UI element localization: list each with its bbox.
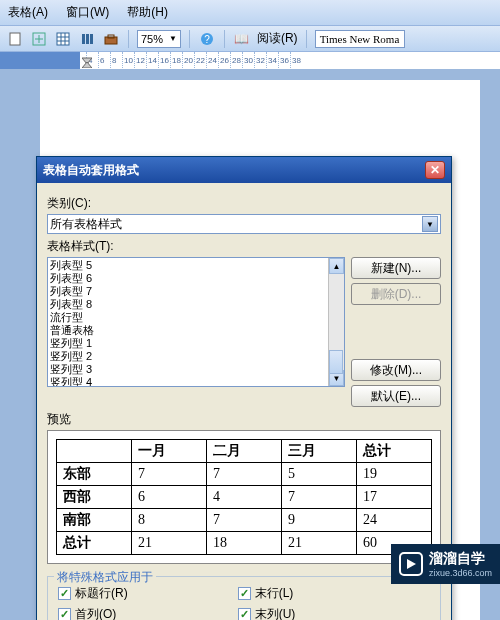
- separator: [128, 30, 129, 48]
- table-cell: 7: [282, 486, 357, 509]
- category-combo[interactable]: 所有表格样式 ▼: [47, 214, 441, 234]
- scroll-thumb[interactable]: [329, 350, 343, 374]
- table-cell: 19: [357, 463, 432, 486]
- indent-marker-icon[interactable]: [82, 54, 92, 70]
- menu-table[interactable]: 表格(A): [8, 4, 48, 21]
- separator: [306, 30, 307, 48]
- table-cell: 南部: [57, 509, 132, 532]
- dialog-title: 表格自动套用格式: [43, 162, 139, 179]
- ruler-mark: 10: [122, 52, 134, 70]
- scroll-up-icon[interactable]: ▲: [329, 258, 344, 274]
- check-label: 标题行(R): [75, 585, 128, 602]
- svg-rect-10: [86, 34, 89, 44]
- table-cell: 东部: [57, 463, 132, 486]
- list-item[interactable]: 列表型 6: [50, 272, 342, 285]
- table-cell: 7: [132, 463, 207, 486]
- svg-marker-18: [407, 559, 416, 569]
- ruler-mark: 36: [278, 52, 290, 70]
- svg-text:?: ?: [204, 34, 210, 45]
- svg-rect-11: [90, 34, 93, 44]
- zoom-combo[interactable]: 75% ▼: [137, 30, 181, 48]
- category-label: 类别(C):: [47, 195, 441, 212]
- table-row: 总计21182160: [57, 532, 432, 555]
- ruler-mark: 14: [146, 52, 158, 70]
- modify-button[interactable]: 修改(M)...: [351, 359, 441, 381]
- insert-icon[interactable]: [30, 30, 48, 48]
- dialog-titlebar[interactable]: 表格自动套用格式 ✕: [37, 157, 451, 183]
- ruler-mark: 16: [158, 52, 170, 70]
- menu-bar: 表格(A) 窗口(W) 帮助(H): [0, 0, 500, 26]
- ruler-mark: 30: [242, 52, 254, 70]
- help-icon[interactable]: ?: [198, 30, 216, 48]
- table-cell: 7: [207, 463, 282, 486]
- list-item[interactable]: 列表型 5: [50, 259, 342, 272]
- menu-help[interactable]: 帮助(H): [127, 4, 168, 21]
- list-item[interactable]: 竖列型 2: [50, 350, 342, 363]
- toolbox-icon[interactable]: [102, 30, 120, 48]
- table-header: 二月: [207, 440, 282, 463]
- list-item[interactable]: 普通表格: [50, 324, 342, 337]
- ruler-mark: 6: [98, 52, 110, 70]
- list-item[interactable]: 流行型: [50, 311, 342, 324]
- read-label[interactable]: 阅读(R): [257, 30, 298, 47]
- toolbar: 75% ▼ ? 📖 阅读(R) Times New Roma: [0, 26, 500, 52]
- font-combo[interactable]: Times New Roma: [315, 30, 405, 48]
- checkbox-icon: ✓: [238, 587, 251, 600]
- ruler-mark: 18: [170, 52, 182, 70]
- autoformat-dialog: 表格自动套用格式 ✕ 类别(C): 所有表格样式 ▼ 表格样式(T): 列表型 …: [36, 156, 452, 620]
- table-cell: 8: [132, 509, 207, 532]
- preview-table: 一月二月三月总计东部77519西部64717南部87924总计21182160: [56, 439, 432, 555]
- menu-window[interactable]: 窗口(W): [66, 4, 109, 21]
- table-header: 一月: [132, 440, 207, 463]
- styles-listbox[interactable]: 列表型 5列表型 6列表型 7列表型 8流行型普通表格竖列型 1竖列型 2竖列型…: [47, 257, 345, 387]
- ruler-mark: 28: [230, 52, 242, 70]
- check-header-row[interactable]: ✓ 标题行(R): [58, 585, 128, 602]
- table-cell: 18: [207, 532, 282, 555]
- ruler-mark: 26: [218, 52, 230, 70]
- table-row: 东部77519: [57, 463, 432, 486]
- table-cell: 7: [207, 509, 282, 532]
- delete-button: 删除(D)...: [351, 283, 441, 305]
- new-button[interactable]: 新建(N)...: [351, 257, 441, 279]
- table-cell: 西部: [57, 486, 132, 509]
- scrollbar[interactable]: ▲ ▼: [328, 258, 344, 386]
- ruler-mark: 34: [266, 52, 278, 70]
- list-item[interactable]: 竖列型 1: [50, 337, 342, 350]
- list-item[interactable]: 列表型 7: [50, 285, 342, 298]
- table-cell: 4: [207, 486, 282, 509]
- checkbox-icon: ✓: [58, 608, 71, 620]
- ruler-mark: 24: [206, 52, 218, 70]
- doc-icon[interactable]: [6, 30, 24, 48]
- table-cell: 21: [282, 532, 357, 555]
- list-item[interactable]: 竖列型 3: [50, 363, 342, 376]
- check-last-row[interactable]: ✓ 末行(L): [238, 585, 296, 602]
- default-button[interactable]: 默认(E)...: [351, 385, 441, 407]
- watermark-url: zixue.3d66.com: [429, 568, 492, 578]
- book-icon[interactable]: 📖: [233, 30, 251, 48]
- preview-box: 一月二月三月总计东部77519西部64717南部87924总计21182160: [47, 430, 441, 564]
- svg-rect-9: [82, 34, 85, 44]
- special-format-group: 将特殊格式应用于 ✓ 标题行(R) ✓ 首列(O) ✓ 末行(L): [47, 576, 441, 620]
- close-button[interactable]: ✕: [425, 161, 445, 179]
- group-legend: 将特殊格式应用于: [54, 569, 156, 586]
- table-row: 南部87924: [57, 509, 432, 532]
- table-cell: 总计: [57, 532, 132, 555]
- table-header: 三月: [282, 440, 357, 463]
- svg-rect-0: [10, 33, 20, 45]
- check-first-col[interactable]: ✓ 首列(O): [58, 606, 128, 620]
- table-icon[interactable]: [54, 30, 72, 48]
- chevron-down-icon: ▼: [422, 216, 438, 232]
- column-icon[interactable]: [78, 30, 96, 48]
- check-label: 首列(O): [75, 606, 116, 620]
- styles-label: 表格样式(T):: [47, 238, 441, 255]
- table-cell: 6: [132, 486, 207, 509]
- ruler: 86422468101214161820222426283032343638: [0, 52, 500, 70]
- list-item[interactable]: 竖列型 4: [50, 376, 342, 387]
- separator: [189, 30, 190, 48]
- svg-marker-17: [82, 62, 92, 68]
- table-cell: 9: [282, 509, 357, 532]
- list-item[interactable]: 列表型 8: [50, 298, 342, 311]
- check-last-col[interactable]: ✓ 末列(U): [238, 606, 296, 620]
- checkbox-icon: ✓: [238, 608, 251, 620]
- checkbox-icon: ✓: [58, 587, 71, 600]
